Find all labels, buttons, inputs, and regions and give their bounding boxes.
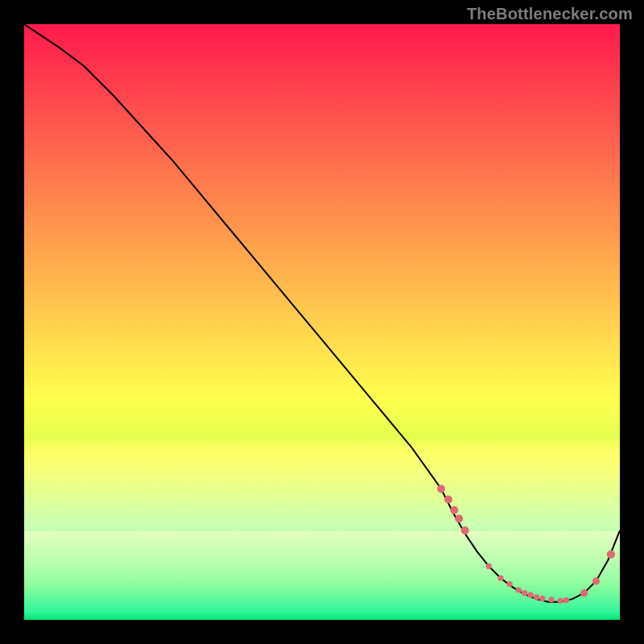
highlight-dot — [486, 564, 492, 569]
highlight-dot — [539, 596, 545, 601]
highlight-dot — [527, 592, 533, 597]
highlight-dot — [437, 485, 445, 493]
highlight-dot — [607, 550, 615, 558]
highlight-dot — [580, 589, 588, 597]
highlight-dot — [564, 597, 569, 603]
highlight-dot — [522, 590, 527, 596]
highlight-dot — [534, 594, 539, 600]
green-band — [24, 531, 620, 620]
highlight-dot — [548, 597, 554, 602]
highlight-dot — [444, 496, 452, 504]
highlight-dots-group — [437, 485, 615, 604]
highlight-dot — [592, 577, 600, 584]
highlight-dot — [497, 576, 503, 581]
bottleneck-curve — [24, 24, 620, 602]
highlight-dot — [450, 506, 458, 514]
highlight-dot — [461, 526, 469, 535]
attribution-label: TheBottlenecker.com — [467, 5, 633, 23]
chart-stage: TheBottlenecker.com — [0, 0, 644, 644]
curve-svg — [24, 24, 620, 620]
highlight-dot — [507, 581, 513, 587]
highlight-dot — [557, 598, 563, 604]
highlight-dot — [455, 514, 463, 522]
plot-area — [24, 24, 620, 620]
highlight-dot — [516, 587, 522, 592]
